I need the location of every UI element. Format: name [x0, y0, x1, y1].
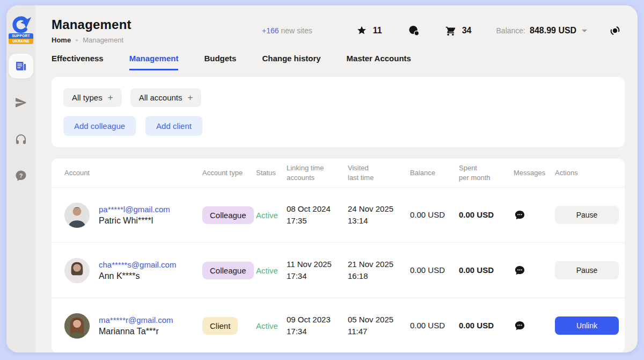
visited-time: 21 Nov 2025 16:18	[348, 258, 410, 282]
account-cell: pa*****l@gmail.com Patric Whi****l	[64, 203, 202, 228]
balance-cell: 0.00 USD	[410, 320, 459, 332]
filter-panel: All types + All accounts + Add colleague…	[52, 77, 625, 147]
cart-icon	[445, 25, 456, 37]
col-messages: Messages	[514, 168, 555, 178]
plus-icon: +	[188, 93, 193, 102]
linking-time: 08 Oct 2024 17:35	[287, 203, 348, 227]
breadcrumb-home[interactable]: Home	[52, 36, 71, 44]
account-cell: cha*****s@gmail.com Ann K****s	[64, 258, 202, 283]
sidebar: SUPPORT UKRAINE	[6, 5, 35, 352]
table-header: Account Account type Status Linking time…	[52, 159, 625, 187]
pause-button[interactable]: Pause	[555, 261, 619, 279]
col-status: Status	[256, 168, 287, 178]
account-switch-button[interactable]	[609, 24, 621, 37]
account-identity: cha*****s@gmail.com Ann K****s	[99, 260, 176, 281]
app-window: SUPPORT UKRAINE	[6, 5, 638, 352]
table-row: ma*****r@gmail.com Marianna Ta***r Clien…	[52, 298, 625, 352]
account-email[interactable]: pa*****l@gmail.com	[99, 205, 170, 214]
message-bubble-icon	[514, 209, 526, 221]
chat-stat[interactable]	[408, 25, 420, 37]
balance-selector[interactable]: Balance: 848.99 USD	[496, 26, 588, 35]
cart-stat[interactable]: 34	[445, 25, 472, 37]
account-email[interactable]: ma*****r@gmail.com	[99, 315, 173, 325]
col-actions: Actions	[555, 168, 612, 178]
col-account-type: Account type	[202, 168, 256, 178]
account-name: Patric Whi****l	[99, 216, 170, 226]
avatar	[64, 203, 90, 228]
add-colleague-button[interactable]: Add colleague	[63, 116, 136, 136]
spent-cell: 0.00 USD	[459, 209, 514, 221]
add-client-button[interactable]: Add client	[145, 116, 202, 136]
linking-time: 11 Nov 2025 17:34	[287, 258, 348, 282]
sidebar-item-help[interactable]: ?	[9, 163, 33, 188]
col-account: Account	[64, 168, 202, 178]
help-icon: ?	[14, 169, 27, 182]
sidebar-item-news[interactable]	[9, 54, 33, 78]
avatar	[64, 313, 90, 339]
filter-all-types[interactable]: All types +	[63, 88, 122, 107]
new-sites-count: +166	[262, 26, 279, 35]
account-type-badge: Colleague	[202, 262, 254, 279]
pause-button[interactable]: Pause	[555, 206, 619, 224]
sidebar-item-telegram[interactable]	[9, 90, 33, 115]
tab-budgets[interactable]: Budgets	[204, 54, 236, 70]
favorites-stat[interactable]: 11	[356, 25, 382, 36]
visited-time: 24 Nov 2025 13:14	[348, 203, 410, 227]
tab-management[interactable]: Management	[129, 54, 179, 70]
support-ukraine-badge: SUPPORT UKRAINE	[9, 33, 33, 44]
spent-cell: 0.00 USD	[459, 320, 514, 332]
cart-count: 34	[462, 26, 472, 35]
tab-bar: Effectiveness Management Budgets Change …	[35, 54, 638, 70]
headphones-icon	[14, 133, 27, 146]
messages-button[interactable]	[514, 209, 526, 221]
status-badge: Active	[256, 266, 287, 275]
app-logo[interactable]: SUPPORT UKRAINE	[9, 14, 33, 44]
account-type-badge: Colleague	[202, 206, 254, 224]
messages-button[interactable]	[514, 264, 526, 277]
account-name: Marianna Ta***r	[99, 327, 173, 336]
tab-master-accounts[interactable]: Master Accounts	[347, 54, 411, 70]
message-bubble-icon	[514, 264, 526, 277]
account-identity: pa*****l@gmail.com Patric Whi****l	[99, 205, 170, 226]
breadcrumb: Home Management	[52, 36, 262, 44]
person-photo-icon	[64, 313, 90, 339]
new-sites-label: new sites	[281, 26, 312, 35]
col-balance: Balance	[410, 168, 459, 178]
balance-label: Balance:	[496, 26, 525, 35]
plus-icon: +	[108, 93, 113, 102]
balance-cell: 0.00 USD	[410, 209, 459, 221]
favorites-count: 11	[373, 26, 382, 35]
avatar	[64, 258, 90, 283]
svg-text:?: ?	[19, 172, 23, 179]
account-identity: ma*****r@gmail.com Marianna Ta***r	[99, 315, 173, 336]
chevron-down-icon	[582, 30, 587, 32]
account-name: Ann K****s	[99, 271, 176, 281]
paper-plane-icon	[14, 96, 27, 109]
broadcast-icon	[609, 24, 621, 37]
tab-effectiveness[interactable]: Effectiveness	[52, 54, 104, 70]
messages-button[interactable]	[514, 320, 526, 332]
chat-icon	[408, 25, 420, 37]
balance-value: 848.99 USD	[530, 26, 576, 35]
title-block: Management Home Management	[52, 17, 262, 44]
visited-time: 05 Nov 2025 11:47	[348, 314, 410, 337]
breadcrumb-separator	[76, 39, 78, 41]
col-spent: Spent per month	[459, 163, 514, 182]
account-type-badge: Client	[202, 317, 238, 335]
table-row: cha*****s@gmail.com Ann K****s Colleague…	[52, 242, 625, 298]
new-sites-indicator[interactable]: +166 new sites	[262, 26, 312, 35]
col-visited: Visited last time	[348, 163, 410, 182]
filter-all-accounts[interactable]: All accounts +	[130, 88, 202, 107]
sidebar-nav: ?	[9, 54, 33, 188]
tab-change-history[interactable]: Change history	[262, 54, 320, 70]
account-cell: ma*****r@gmail.com Marianna Ta***r	[64, 313, 202, 339]
account-email[interactable]: cha*****s@gmail.com	[99, 260, 176, 269]
spent-cell: 0.00 USD	[459, 264, 514, 276]
message-bubble-icon	[514, 320, 526, 332]
status-badge: Active	[256, 321, 287, 330]
sidebar-item-support[interactable]	[9, 127, 33, 152]
person-photo-icon	[64, 258, 90, 283]
add-buttons: Add colleague Add client	[63, 116, 613, 136]
unlink-button[interactable]: Unlink	[555, 316, 619, 335]
person-photo-icon	[64, 203, 90, 228]
